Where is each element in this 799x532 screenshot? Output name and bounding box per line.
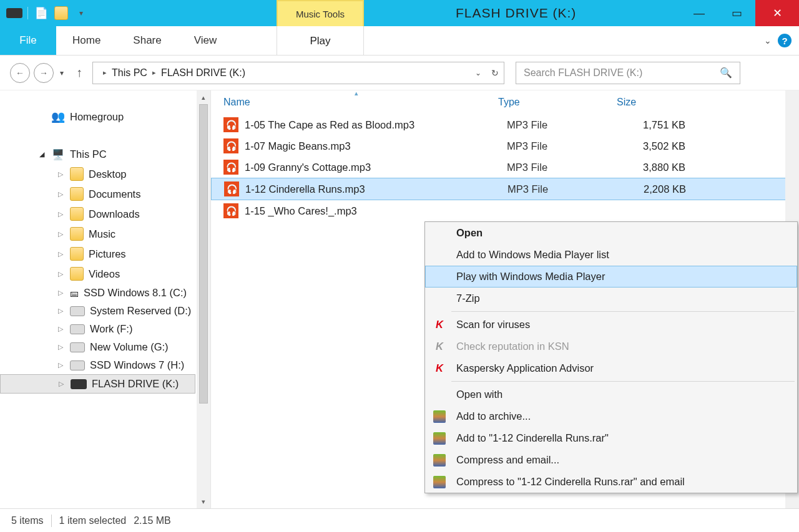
tree-label: Homegroup [70,111,124,123]
ctx-open[interactable]: Open [425,222,797,244]
expand-icon[interactable]: ▷ [56,230,65,238]
expand-icon[interactable]: ▷ [56,343,65,351]
scrollbar-thumb[interactable] [199,104,208,404]
expand-icon[interactable]: ▷ [57,380,66,388]
history-dropdown-icon[interactable]: ▾ [57,69,66,77]
up-button[interactable]: ↑ [70,65,89,80]
tree-this-pc[interactable]: ◢ 🖥️ This PC [0,144,210,164]
help-icon[interactable]: ? [778,34,792,47]
tab-file[interactable]: File [0,26,56,55]
file-row[interactable]: 1-07 Magic Beans.mp3 MP3 File 3,502 KB [211,135,799,157]
tree-system-reserved[interactable]: ▷System Reserved (D:) [0,302,210,320]
drive-icon [70,342,85,352]
tree-pictures[interactable]: ▷Pictures [0,244,210,264]
ctx-open-with[interactable]: Open with [425,384,797,405]
status-item-count: 5 items [11,515,44,526]
navigation-tree: 👥 Homegroup ◢ 🖥️ This PC ▷Desktop ▷Docum… [0,90,211,508]
file-row[interactable]: 1-09 Granny's Cottage.mp3 MP3 File 3,880… [211,157,799,178]
expand-icon[interactable]: ▷ [56,250,65,258]
ribbon-expand-icon[interactable]: ⌄ [764,36,772,46]
expand-icon[interactable]: ▷ [56,307,65,315]
tree-label: SSD Windows 7 (H:) [90,359,184,371]
expand-icon[interactable]: ▷ [56,361,65,369]
ctx-label: Add to "1-12 Cinderella Runs.rar" [456,432,609,444]
ctx-add-archive[interactable]: Add to archive... [425,405,797,427]
expand-icon[interactable]: ▷ [56,210,65,218]
tab-share[interactable]: Share [117,26,177,55]
ctx-compress-email[interactable]: Compress and email... [425,449,797,471]
scroll-up-icon[interactable]: ▴ [197,90,210,104]
refresh-icon[interactable]: ↻ [491,68,499,78]
tree-label: Work (F:) [90,323,132,335]
tree-homegroup[interactable]: 👥 Homegroup [0,107,210,127]
ctx-add-wmp-list[interactable]: Add to Windows Media Player list [425,244,797,266]
mp3-icon [224,181,239,196]
expand-icon[interactable]: ▷ [56,325,65,333]
file-name: 1-09 Granny's Cottage.mp3 [245,162,507,173]
expand-icon[interactable]: ▷ [56,270,65,278]
collapse-icon[interactable]: ◢ [37,150,46,158]
file-row[interactable]: 1-15 _Who Cares!_.mp3 [211,200,799,221]
winrar-icon [433,453,446,467]
window-title: FLASH DRIVE (K:) [456,0,576,26]
file-name: 1-07 Magic Beans.mp3 [245,140,507,152]
minimize-button[interactable]: — [680,0,718,26]
tree-videos[interactable]: ▷Videos [0,264,210,284]
address-dropdown-icon[interactable]: ⌄ [473,69,484,77]
column-name[interactable]: ▴ Name [223,97,498,108]
folder-icon[interactable] [52,4,71,22]
ctx-scan-viruses[interactable]: Scan for viruses [425,314,797,336]
drive-icon: 🖴 [70,288,79,298]
contextual-tab-music-tools[interactable]: Music Tools [277,0,364,26]
column-type[interactable]: Type [498,97,617,108]
expand-icon[interactable]: ▷ [56,289,65,297]
tree-work-f[interactable]: ▷Work (F:) [0,320,210,338]
ctx-add-to-rar[interactable]: Add to "1-12 Cinderella Runs.rar" [425,427,797,449]
ctx-7zip[interactable]: 7-Zip [425,288,797,309]
ctx-kaspersky-advisor[interactable]: Kaspersky Application Advisor [425,357,797,379]
back-button[interactable]: ← [10,63,30,83]
tab-view[interactable]: View [178,26,233,55]
tab-play[interactable]: Play [277,26,364,56]
column-size[interactable]: Size [617,97,787,108]
maximize-button[interactable]: ▭ [718,0,755,26]
drive-icon [70,324,85,334]
kaspersky-icon [433,340,446,354]
file-row[interactable]: 1-05 The Cape as Red as Blood.mp3 MP3 Fi… [211,114,799,135]
drive-icon [5,4,24,22]
pc-icon: 🖥️ [51,147,65,161]
tree-ssd-h[interactable]: ▷SSD Windows 7 (H:) [0,356,210,374]
ctx-play-wmp[interactable]: Play with Windows Media Player [425,266,797,288]
file-row-selected[interactable]: 1-12 Cinderella Runs.mp3 MP3 File 2,208 … [211,178,799,200]
crumb-drive[interactable]: FLASH DRIVE (K:) [161,67,245,79]
tree-music[interactable]: ▷Music [0,224,210,244]
file-type: MP3 File [507,162,625,173]
crumb-separator-icon[interactable]: ▸ [103,69,107,77]
tree-flash-drive-k[interactable]: ▷FLASH DRIVE (K:) [0,374,195,394]
expand-icon[interactable]: ▷ [56,170,65,178]
forward-button[interactable]: → [34,63,54,83]
tree-documents[interactable]: ▷Documents [0,184,210,204]
scroll-down-icon[interactable]: ▾ [197,495,210,508]
ctx-compress-to-email[interactable]: Compress to "1-12 Cinderella Runs.rar" a… [425,471,797,493]
crumb-separator-icon[interactable]: ▸ [152,69,156,77]
crumb-this-pc[interactable]: This PC [112,67,147,79]
tree-label: Videos [89,268,120,280]
tree-new-volume-g[interactable]: ▷New Volume (G:) [0,338,210,356]
file-type: MP3 File [507,140,625,152]
close-button[interactable]: ✕ [755,0,799,26]
search-input[interactable]: Search FLASH DRIVE (K:) 🔍 [516,62,740,84]
properties-icon[interactable]: 📄 [32,4,51,22]
winrar-icon [433,410,446,423]
sidebar-scrollbar[interactable]: ▴ ▾ [197,90,210,508]
folder-icon [70,207,84,221]
address-bar[interactable]: ▸ This PC ▸ FLASH DRIVE (K:) ⌄ ↻ [92,62,504,84]
expand-icon[interactable]: ▷ [56,190,65,198]
status-bar: 5 items 1 item selected 2.15 MB [0,508,799,532]
tab-home[interactable]: Home [56,26,117,55]
tree-downloads[interactable]: ▷Downloads [0,204,210,224]
tree-desktop[interactable]: ▷Desktop [0,164,210,184]
qat-dropdown-icon[interactable]: ▾ [72,4,91,22]
folder-icon [70,247,84,261]
tree-ssd-c[interactable]: ▷🖴SSD Windows 8.1 (C:) [0,284,210,302]
